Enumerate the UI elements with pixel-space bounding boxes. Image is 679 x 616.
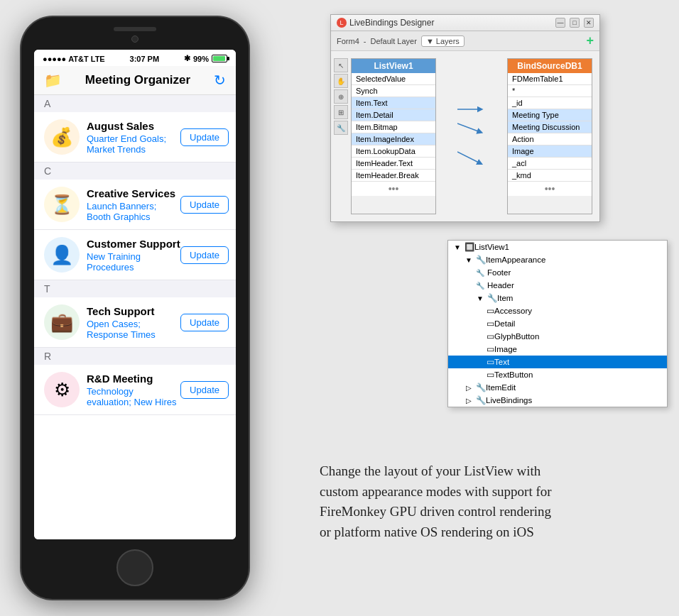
phone-speaker xyxy=(114,27,156,31)
tree-row-glyphbutton[interactable]: ▭ GlyphButton xyxy=(448,330,667,343)
maximize-button[interactable]: □ xyxy=(570,18,580,28)
tree-label-header: Header xyxy=(487,281,514,290)
window-toolbar: Form4 - Default Layer ▼ Layers + xyxy=(331,31,599,51)
binding-row-itemlookup[interactable]: Item.LookupData xyxy=(352,145,435,158)
binding-row-action[interactable]: Action xyxy=(508,133,592,145)
window-controls: — □ ✕ xyxy=(555,18,594,28)
tool-settings[interactable]: 🔧 xyxy=(334,121,348,135)
status-right: ✱ 99% xyxy=(184,54,227,63)
item-text-sales: August Sales Quarter End Goals; Market T… xyxy=(87,120,180,155)
tree-row-textbutton[interactable]: ▭ TextButton xyxy=(448,368,667,381)
tree-icon-image: ▭ xyxy=(487,344,494,354)
tree-row-image[interactable]: ▭ Image xyxy=(448,343,667,356)
window-titlebar: L LiveBindings Designer — □ ✕ xyxy=(331,15,599,31)
designer-window: L LiveBindings Designer — □ ✕ Form4 - De… xyxy=(330,14,600,222)
tree-label-livebindings: LiveBindings xyxy=(486,396,532,405)
tree-icon-footer: 🔧 xyxy=(475,268,485,277)
binding-row-itemheaderbreak[interactable]: ItemHeader.Break xyxy=(352,170,435,182)
close-button[interactable]: ✕ xyxy=(584,18,594,28)
folder-icon[interactable]: 📁 xyxy=(44,72,62,89)
tree-label-footer: Footer xyxy=(487,268,511,277)
list-item-august-sales[interactable]: 💰 August Sales Quarter End Goals; Market… xyxy=(34,112,236,163)
binding-row-itemdetail[interactable]: Item.Detail xyxy=(352,109,435,121)
item-icon-creative: ⏳ xyxy=(44,187,80,222)
tree-row-text[interactable]: ▭ Text xyxy=(448,356,667,368)
listview-table-header: ListView1 xyxy=(352,59,435,73)
svg-line-3 xyxy=(457,152,480,163)
tree-label-item: Item xyxy=(497,294,513,302)
tree-label-glyphbutton: GlyphButton xyxy=(494,332,539,341)
item-icon-support: 👤 xyxy=(44,237,80,273)
tree-icon-glyphbutton: ▭ xyxy=(487,331,494,341)
binding-row-itembitmap[interactable]: Item.Bitmap xyxy=(352,121,435,133)
tool-pointer[interactable]: ↖ xyxy=(334,58,348,72)
tree-label-detail: Detail xyxy=(494,319,515,328)
list-item-tech[interactable]: 💼 Tech Support Open Cases; Response Time… xyxy=(34,297,236,348)
update-btn-creative[interactable]: Update xyxy=(180,196,229,214)
section-header-c: C xyxy=(34,163,236,180)
add-binding-button[interactable]: + xyxy=(586,33,594,48)
separator: - xyxy=(364,37,366,45)
item-icon-sales: 💰 xyxy=(44,119,80,155)
tree-row-itemappearance[interactable]: ▼ 🔧 ItemAppearance xyxy=(448,253,667,266)
tree-row-listview1[interactable]: ▼ 🔲 ListView1 xyxy=(448,241,667,253)
tree-row-itemedit[interactable]: ▷ 🔧 ItemEdit xyxy=(448,381,667,394)
tree-icon-appearance: 🔧 xyxy=(476,255,486,265)
binding-row-meetingdiscussion[interactable]: Meeting Discussion xyxy=(508,121,592,133)
phone-device: ●●●●● AT&T LTE 3:07 PM ✱ 99% 📁 Meeting O… xyxy=(21,17,249,599)
bluetooth-icon: ✱ xyxy=(184,54,190,63)
binding-row-itemtext[interactable]: Item.Text xyxy=(352,97,435,109)
binding-row-itemimageindex[interactable]: Item.ImageIndex xyxy=(352,133,435,145)
status-left: ●●●●● AT&T LTE xyxy=(43,55,105,63)
tree-row-livebindings[interactable]: ▷ 🔧 LiveBindings xyxy=(448,394,667,407)
signal-dots: ●●●●● xyxy=(43,55,66,63)
binding-row-fdmemtable[interactable]: FDMemTable1 xyxy=(508,73,592,85)
tree-icon-detail: ▭ xyxy=(487,319,494,329)
phone-camera xyxy=(131,35,138,43)
refresh-icon[interactable]: ↻ xyxy=(214,72,226,89)
tree-label-itemappearance: ItemAppearance xyxy=(486,255,545,264)
binding-row-star[interactable]: * xyxy=(508,85,592,97)
update-btn-sales[interactable]: Update xyxy=(180,128,229,146)
binding-row-meetingtype[interactable]: Meeting Type xyxy=(508,109,592,121)
window-title-left: L LiveBindings Designer xyxy=(337,18,434,28)
binding-row-acl[interactable]: _acl xyxy=(508,158,592,170)
binding-row-synch[interactable]: Synch xyxy=(352,85,435,97)
toolbar-left: Form4 - Default Layer ▼ Layers xyxy=(337,35,465,47)
tool-zoom[interactable]: ⊕ xyxy=(334,89,348,104)
list-item-customer-support[interactable]: 👤 Customer Support New Training Procedur… xyxy=(34,230,236,280)
tree-label-accessory: Accessory xyxy=(494,307,532,315)
binding-row-image[interactable]: Image xyxy=(508,145,592,158)
binding-row-itemheadertext[interactable]: ItemHeader.Text xyxy=(352,158,435,170)
tree-icon-header: 🔧 xyxy=(475,280,485,290)
tree-row-accessory[interactable]: ▭ Accessory xyxy=(448,304,667,317)
binding-row-id[interactable]: _id xyxy=(508,97,592,109)
update-btn-rd[interactable]: Update xyxy=(180,381,229,399)
binding-row-kmd[interactable]: _kmd xyxy=(508,170,592,182)
form-label: Form4 xyxy=(337,37,359,45)
list-item-rd[interactable]: ⚙ R&D Meeting Technology evaluation; New… xyxy=(34,365,236,415)
update-btn-tech[interactable]: Update xyxy=(180,314,229,331)
item-detail-creative: Launch Banners; Booth Graphics xyxy=(87,201,180,222)
description-content: Change the layout of your ListView withc… xyxy=(320,463,552,539)
tool-grid[interactable]: ⊞ xyxy=(334,105,348,119)
tree-icon-text: ▭ xyxy=(487,357,494,367)
update-btn-support[interactable]: Update xyxy=(180,246,229,264)
tree-label-textbutton: TextButton xyxy=(494,370,533,379)
tree-row-item[interactable]: ▼ 🔧 Item xyxy=(448,292,667,304)
tree-expand-icon-livebindings: ▷ xyxy=(464,395,474,405)
minimize-button[interactable]: — xyxy=(555,18,565,28)
tool-hand[interactable]: ✋ xyxy=(334,74,348,88)
layers-label: Layers xyxy=(436,37,460,45)
tree-row-header[interactable]: 🔧 Header xyxy=(448,279,667,292)
phone-home-button[interactable] xyxy=(116,549,153,586)
filter-icon: ▼ xyxy=(426,37,434,45)
list-item-creative[interactable]: ⏳ Creative Services Launch Banners; Boot… xyxy=(34,180,236,230)
tree-row-footer[interactable]: 🔧 Footer xyxy=(448,266,667,279)
bindsource-table-header: BindSourceDB1 xyxy=(508,59,592,73)
layers-button[interactable]: ▼ Layers xyxy=(421,35,465,47)
tree-row-detail[interactable]: ▭ Detail xyxy=(448,317,667,330)
tree-expand-icon: ▼ xyxy=(452,242,462,252)
binding-row-selectedvalue[interactable]: SelectedValue xyxy=(352,73,435,85)
battery-fill xyxy=(213,56,225,61)
